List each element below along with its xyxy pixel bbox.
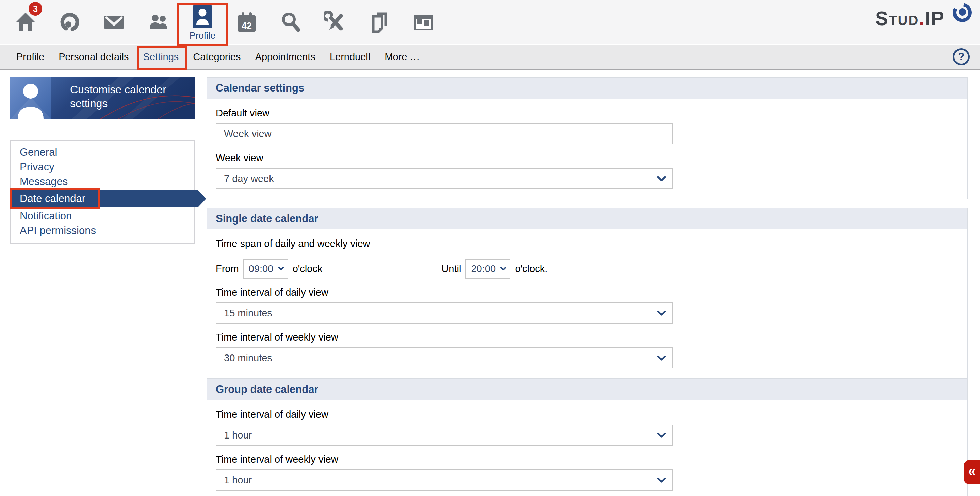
- daily-interval-select[interactable]: 15 minutes: [216, 302, 673, 324]
- section-title: Single date calendar: [207, 208, 967, 229]
- section-single-date-calendar: Single date calendar Time span of daily …: [207, 208, 968, 378]
- until-suffix: o'clock.: [515, 263, 547, 275]
- group-daily-interval-select[interactable]: 1 hour: [216, 424, 673, 446]
- tab-categories[interactable]: Categories: [186, 45, 248, 69]
- schedule-badge: 42: [242, 21, 252, 31]
- chevron-down-icon: [657, 311, 666, 316]
- studip-logo: Stud.IP: [875, 8, 945, 29]
- sidebar-item-privacy[interactable]: Privacy: [11, 159, 194, 174]
- from-suffix: o'clock: [293, 263, 323, 275]
- logo-dot: .: [919, 8, 925, 29]
- until-group: Until 20:00 o'clock.: [441, 259, 547, 278]
- sidebar-header: Customise calender settings: [10, 77, 195, 119]
- from-time-value: 09:00: [249, 263, 274, 275]
- section-title: Group date calendar: [207, 379, 967, 400]
- default-view-label: Default view: [216, 108, 959, 119]
- week-view-select[interactable]: 7 day week: [216, 168, 673, 189]
- sidebar-title: Customise calender settings: [70, 83, 191, 111]
- chevron-down-icon: [500, 267, 506, 271]
- group-weekly-interval-value: 1 hour: [224, 475, 252, 486]
- chevron-down-icon: [657, 433, 666, 438]
- group-daily-interval-label: Time interval of daily view: [216, 409, 959, 420]
- notification-badge: 3: [29, 2, 42, 16]
- section-body: Default view Week view 7 day week: [207, 99, 967, 199]
- sidebar-item-api-permissions[interactable]: API permissions: [11, 223, 194, 238]
- weekly-interval-label: Time interval of weekly view: [216, 332, 959, 343]
- community-icon[interactable]: [136, 0, 180, 44]
- sidebar-collapse-toggle[interactable]: «: [964, 460, 980, 485]
- help-icon[interactable]: ?: [953, 48, 970, 65]
- week-view-label: Week view: [216, 153, 959, 164]
- tab-settings-label: Settings: [143, 51, 179, 63]
- bulletin-board-icon[interactable]: [357, 0, 401, 44]
- sidebar-item-general[interactable]: General: [11, 145, 194, 159]
- chevron-down-icon: [657, 478, 666, 483]
- group-weekly-interval-label: Time interval of weekly view: [216, 454, 959, 465]
- tab-appointments[interactable]: Appointments: [248, 45, 323, 69]
- timespan-row: From 09:00 o'clock Until 20:00 o'clock.: [216, 259, 959, 278]
- chevron-down-icon: [657, 356, 666, 361]
- group-daily-interval-value: 1 hour: [224, 430, 252, 441]
- whiteboard-icon[interactable]: [401, 0, 446, 44]
- daily-interval-value: 15 minutes: [224, 308, 272, 319]
- tools-icon[interactable]: [313, 0, 357, 44]
- section-title: Calendar settings: [207, 78, 967, 99]
- home-icon[interactable]: 3: [3, 0, 48, 44]
- sidebar-item-notification[interactable]: Notification: [11, 208, 194, 223]
- section-body: Time interval of daily view 1 hour Time …: [207, 400, 967, 496]
- section-calendar-settings: Calendar settings Default view Week view…: [207, 77, 968, 199]
- search-icon[interactable]: [269, 0, 313, 44]
- courses-icon[interactable]: [48, 0, 92, 44]
- profile-nav-label: Profile: [189, 30, 216, 41]
- logo-ring-icon: [950, 2, 975, 26]
- chevron-down-icon: [657, 176, 666, 181]
- tab-more[interactable]: More …: [377, 45, 427, 69]
- default-view-input[interactable]: [216, 123, 673, 144]
- timespan-label: Time span of daily and weekly view: [216, 238, 959, 250]
- daily-interval-label: Time interval of daily view: [216, 287, 959, 298]
- weekly-interval-value: 30 minutes: [224, 353, 272, 364]
- weekly-interval-select[interactable]: 30 minutes: [216, 347, 673, 369]
- until-time-value: 20:00: [471, 263, 496, 275]
- week-view-select-value: 7 day week: [224, 173, 274, 184]
- schedule-icon[interactable]: 42: [224, 0, 269, 44]
- avatar: [23, 84, 38, 99]
- from-label: From: [216, 263, 239, 275]
- tab-personal-details[interactable]: Personal details: [51, 45, 136, 69]
- topbar: 3 Profile 42: [0, 0, 980, 44]
- topbar-icon-strip: 3 Profile 42: [3, 0, 446, 44]
- sidebar-item-messages[interactable]: Messages: [11, 174, 194, 189]
- tab-profile[interactable]: Profile: [9, 45, 51, 69]
- sidebar-item-date-calendar-label: Date calendar: [20, 192, 86, 205]
- until-label: Until: [441, 263, 461, 275]
- profile-nav[interactable]: Profile: [180, 0, 224, 44]
- section-group-date-calendar: Group date calendar Time interval of dai…: [207, 378, 968, 496]
- settings-menu: General Privacy Messages Date calendar N…: [10, 140, 195, 244]
- studip-page: 3 Profile 42: [0, 0, 980, 496]
- from-time-select[interactable]: 09:00: [243, 259, 288, 278]
- group-weekly-interval-select[interactable]: 1 hour: [216, 469, 673, 491]
- messages-icon[interactable]: [92, 0, 136, 44]
- profile-subnav: Profile Personal details Settings Catego…: [0, 45, 980, 70]
- section-body: Time span of daily and weekly view From …: [207, 229, 967, 378]
- sidebar-item-date-calendar[interactable]: Date calendar: [11, 190, 198, 207]
- until-time-select[interactable]: 20:00: [466, 259, 511, 278]
- tab-settings[interactable]: Settings: [136, 45, 186, 69]
- logo-ip: IP: [925, 8, 945, 29]
- logo-stud: Stud: [875, 8, 919, 29]
- chevron-down-icon: [278, 267, 284, 271]
- tab-lernduell[interactable]: Lernduell: [323, 45, 377, 69]
- profile-icon: [193, 5, 212, 28]
